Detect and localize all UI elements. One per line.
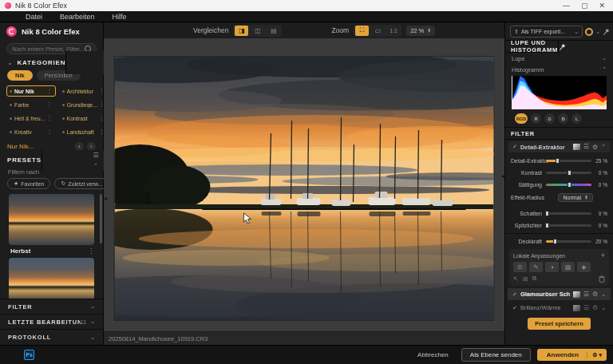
preset-thumbnail-2[interactable] xyxy=(9,258,94,299)
collapse-left-panel-icon[interactable]: ◂ xyxy=(104,195,107,202)
eraser-tool[interactable]: ◈ xyxy=(577,262,591,272)
channel-b-button[interactable]: B xyxy=(558,113,568,124)
maximize-button[interactable]: ▢ xyxy=(581,0,588,11)
sidebar-section-protokoll[interactable]: PROTOKOLL ⌄ xyxy=(0,330,103,345)
category-landschaft[interactable]: Landschaft⋮ xyxy=(59,126,109,137)
category-kreativ[interactable]: Kreativ⋮ xyxy=(6,126,56,137)
minimize-button[interactable]: — xyxy=(563,0,570,11)
list-icon[interactable]: ☰ xyxy=(583,291,589,298)
gear-icon[interactable]: ⚙ xyxy=(592,304,598,311)
chevron-up-icon[interactable]: ⌃ xyxy=(601,144,606,150)
filter-row-glamouroeser-schein[interactable]: ✓ Glamouröser Schein ☰ ⚙ ⌄ xyxy=(508,288,611,300)
slider-knob[interactable] xyxy=(545,211,549,216)
gear-icon[interactable]: ⚙ xyxy=(592,291,598,298)
menu-bearbeiten[interactable]: Bearbeiten xyxy=(52,11,103,22)
preset-thumbnail-herbst[interactable] xyxy=(9,194,94,245)
luminosity-mask-tool[interactable]: ◑ xyxy=(545,262,559,272)
favorites-button[interactable]: ★Favoriten xyxy=(7,178,50,189)
chevron-down-icon[interactable]: ⌄ xyxy=(601,291,606,298)
slider-knob[interactable] xyxy=(568,182,571,188)
category-nur-nik[interactable]: Nur Nik⋮ xyxy=(6,85,56,97)
recent-button[interactable]: ↻Zuletzt verw... xyxy=(54,178,109,189)
slider-knob[interactable] xyxy=(556,158,560,164)
category-kontrast[interactable]: Kontrast⋮ xyxy=(59,113,109,124)
lupe-histogramm-header[interactable]: LUPE UND HISTOGRAMM xyxy=(505,40,613,53)
apply-options-button[interactable]: ⚙▾ xyxy=(587,352,607,358)
slider-track[interactable] xyxy=(546,224,591,227)
checkmark-icon[interactable]: ✓ xyxy=(512,291,517,298)
zoom-one-to-one-button[interactable]: 1:1 xyxy=(387,26,400,36)
mask-icon[interactable] xyxy=(573,144,580,150)
kategorien-header[interactable]: ⌄ KATEGORIEN + xyxy=(0,56,103,69)
presets-header[interactable]: PRESETS ☰ ⌃ xyxy=(0,153,103,167)
zoom-fill-button[interactable]: ▭ xyxy=(371,26,385,36)
export-dropdown[interactable]: ⇧ Als TIFF exporti... ⌄ xyxy=(510,26,583,38)
gear-icon[interactable]: ⚙ xyxy=(592,144,598,151)
duplicate-icon[interactable]: ⊞ xyxy=(523,275,528,283)
kebab-menu-icon[interactable]: ⋮ xyxy=(47,88,53,94)
slider-knob[interactable] xyxy=(568,170,571,176)
trash-icon[interactable] xyxy=(599,275,605,283)
split-view-button[interactable]: ◫ xyxy=(251,26,264,36)
sidebar-section-filter[interactable]: FILTER ⌄ xyxy=(0,299,103,315)
effekt-radius-select[interactable]: Normal ▲▼ xyxy=(558,193,593,202)
menu-datei[interactable]: Datei xyxy=(18,11,50,22)
menu-hilfe[interactable]: Hilfe xyxy=(105,11,135,22)
colorefex-quick-icon[interactable] xyxy=(585,28,593,36)
zoom-fit-button[interactable]: ⛶ xyxy=(355,26,369,36)
slider-track[interactable] xyxy=(546,172,591,174)
pin-icon[interactable] xyxy=(603,28,610,36)
group-icon[interactable]: ⧉ xyxy=(532,275,536,283)
main-photo[interactable] xyxy=(115,57,494,320)
slider-track[interactable] xyxy=(546,212,591,215)
save-preset-button[interactable]: Preset speichern xyxy=(528,318,591,330)
mask-icon[interactable] xyxy=(573,305,580,311)
chevron-down-icon[interactable]: ⌄ xyxy=(601,305,606,311)
tab-nik[interactable]: Nik xyxy=(7,70,33,81)
category-farbe[interactable]: Farbe⋮ xyxy=(6,99,56,110)
chevron-down-icon[interactable]: ⌄ xyxy=(595,29,600,35)
sidebar-scrollbar[interactable] xyxy=(100,194,102,243)
cursor-tool-icon[interactable]: ↖ xyxy=(513,275,519,283)
list-icon[interactable]: ☰ xyxy=(583,144,589,150)
channel-rgb-button[interactable]: RGB xyxy=(515,113,528,124)
brush-tool[interactable]: ✎ xyxy=(529,262,543,272)
gradient-tool[interactable]: ▨ xyxy=(561,262,575,272)
image-canvas[interactable]: ◂ ◂ xyxy=(104,38,504,331)
zoom-percent-select[interactable]: 22 % ▲▼ xyxy=(406,26,435,36)
checkmark-icon[interactable]: ✓ xyxy=(512,144,517,150)
slider-track[interactable] xyxy=(546,240,591,243)
filter-row-brillanz-waerme[interactable]: ✓ Brillanz/Wärme ☰ ⚙ ⌄ xyxy=(508,302,611,314)
channel-g-button[interactable]: G xyxy=(544,113,555,124)
sidebar-section-letzte-bearbeitungen[interactable]: LETZTE BEARBEITUN... 11 ⌄ xyxy=(0,315,103,330)
mask-icon[interactable] xyxy=(573,291,580,298)
category-architektur[interactable]: Architektur⋮ xyxy=(59,85,109,97)
slider-knob[interactable] xyxy=(545,223,549,228)
kebab-menu-icon[interactable]: ⋮ xyxy=(47,129,53,135)
slider-track[interactable] xyxy=(546,160,591,162)
apply-button[interactable]: Anwenden ⚙▾ xyxy=(537,349,607,361)
control-point-tool[interactable]: ⊙ xyxy=(513,262,527,272)
lupe-row[interactable]: Lupe ⌄ xyxy=(505,53,613,64)
list-icon[interactable]: ☰ xyxy=(583,305,589,311)
cancel-button[interactable]: Abbrechen xyxy=(411,349,455,361)
checkmark-icon[interactable]: ✓ xyxy=(512,305,517,311)
filter-card-detail-extraktor[interactable]: ✓ Detail-Extraktor ☰ ⚙ ⌃ xyxy=(508,141,610,152)
list-view-icon[interactable]: ☰ xyxy=(93,152,99,159)
close-button[interactable]: ✕ xyxy=(599,0,605,11)
slider-track[interactable] xyxy=(546,184,591,186)
compare-toggle-button[interactable]: ◨ xyxy=(235,26,248,36)
kebab-menu-icon[interactable]: ⋮ xyxy=(47,115,53,121)
channel-r-button[interactable]: R xyxy=(531,113,541,124)
category-grundlegend[interactable]: Grundlege...⋮ xyxy=(59,99,109,110)
send-as-layer-button[interactable]: Als Ebene senden xyxy=(461,348,531,362)
add-adjustment-icon[interactable]: + xyxy=(601,251,605,259)
channel-l-button[interactable]: L xyxy=(571,113,582,124)
pin-icon[interactable] xyxy=(559,43,566,51)
slider-knob[interactable] xyxy=(553,239,557,244)
collapse-icon[interactable]: ⌃ xyxy=(93,163,99,169)
category-hell-freundlich[interactable]: Hell & freu...⋮ xyxy=(6,113,56,124)
kebab-menu-icon[interactable]: ⋮ xyxy=(88,247,94,255)
histogramm-row[interactable]: Histogramm ⌃ xyxy=(505,64,613,75)
side-by-side-button[interactable]: ▤ xyxy=(267,26,280,36)
